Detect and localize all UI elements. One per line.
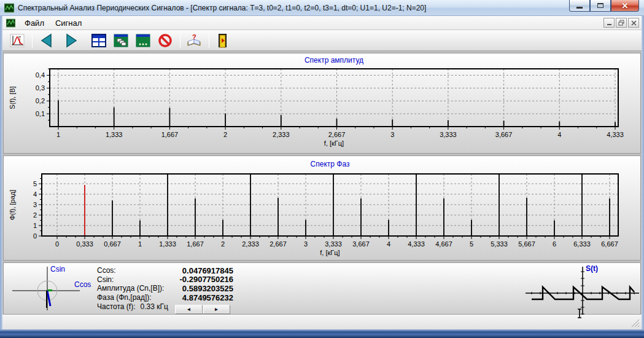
mdi-minimize-icon [607,20,612,26]
svg-text:2,667: 2,667 [328,131,346,138]
next-harmonic-button[interactable]: ► [203,305,230,314]
csin-axis-label: Csin [50,265,65,273]
svg-text:5,667: 5,667 [518,240,535,248]
toolbar-cascade-button[interactable] [112,32,130,49]
svg-text:2,333: 2,333 [273,131,290,138]
titlebar: Спектральный Анализ Периодических Сигнал… [0,0,644,16]
csin-value: -0.2907750216 [176,275,233,284]
svg-text:1,667: 1,667 [187,240,204,248]
svg-text:4: 4 [557,131,561,138]
window-title: Спектральный Анализ Периодических Сигнал… [18,4,426,12]
svg-text:0,3: 0,3 [36,84,45,92]
phase-row: Фаза (Фn,[рад]): 4.8749576232 [97,293,233,302]
svg-text:2: 2 [221,240,225,248]
toolbar-help-button[interactable]: ? [185,32,203,49]
svg-text:0,4: 0,4 [36,71,45,79]
svg-text:4: 4 [387,240,390,248]
svg-text:1,667: 1,667 [161,131,179,138]
cascade-windows-icon [114,34,128,47]
svg-text:1,333: 1,333 [106,131,123,138]
phasor-vector [47,291,50,306]
toolbar-forward-button[interactable] [63,32,80,49]
svg-text:1: 1 [33,222,37,229]
app-window: Спектральный Анализ Периодических Сигнал… [0,0,644,338]
frequency-label: Частота (f): [97,302,135,311]
phasor-diagram: Csin Ccos [11,264,97,314]
svg-text:3,333: 3,333 [325,240,342,248]
toolbar-separator [209,33,209,48]
svg-text:Спектр Фаз: Спектр Фаз [311,160,350,168]
svg-text:0: 0 [33,232,37,240]
svg-text:1,333: 1,333 [159,240,176,248]
svg-text:3: 3 [390,131,394,138]
exit-door-icon [217,33,228,48]
prev-harmonic-button[interactable]: ◄ [175,305,203,314]
close-icon: ✕ [622,2,629,10]
svg-text:S(f), [В]: S(f), [В] [9,86,16,109]
svg-text:f, [кГц]: f, [кГц] [324,140,344,147]
svg-text:0,1: 0,1 [36,110,45,117]
svg-text:2,333: 2,333 [242,240,259,248]
minimize-button[interactable] [569,0,590,12]
spectrum-plot-icon [10,33,25,48]
svg-text:0,333: 0,333 [76,240,93,248]
stop-icon [158,33,173,48]
toolbar-signal-button[interactable] [134,32,152,49]
svg-text:1: 1 [138,240,142,248]
toolbar: ? [2,30,642,51]
resize-grip-icon[interactable] [631,319,640,328]
ccos-value: 0.0476917845 [176,266,233,275]
toolbar-separator [180,33,180,48]
signal-label: S(t) [586,264,598,273]
toolbar-back-button[interactable] [37,32,55,49]
signal-view-icon [136,34,150,47]
menu-signal[interactable]: Сигнал [50,17,87,29]
phase-value: 4.8749576232 [176,293,233,302]
phase-label: Фаза (Фn,[рад]): [97,293,176,302]
mdi-minimize-button[interactable] [603,18,615,28]
svg-text:3,667: 3,667 [352,240,370,248]
amplitude-spectrum-panel: 0,10,20,30,411,3331,66722,3332,66733,333… [3,53,641,154]
maximize-button[interactable] [590,0,611,12]
mdi-restore-icon [618,20,624,26]
text-cursor [576,308,583,319]
nav-forward-icon [65,33,79,48]
svg-text:3: 3 [304,240,308,248]
mdi-close-button[interactable] [628,18,639,28]
svg-text:0: 0 [55,240,59,248]
toolbar-spectrum-button[interactable] [9,32,26,49]
ccos-row: Ccos: 0.0476917845 [97,266,233,275]
menubar: Файл Сигнал [2,16,642,30]
svg-text:5,333: 5,333 [491,240,508,248]
svg-text:5: 5 [33,180,37,187]
mdi-close-icon [631,20,637,26]
close-button[interactable]: ✕ [611,0,639,12]
harmonic-info-panel: Csin Ccos Ccos: 0.0476917845 Csin: -0.29… [3,262,641,315]
frequency-value: 0.33 кГц [140,302,168,311]
svg-text:2,667: 2,667 [270,240,287,248]
amplitude-row: Амплитуда (Cn,[В]): 0.5893203525 [97,284,233,293]
window-border-bottom [0,329,644,338]
toolbar-table-button[interactable] [90,32,107,49]
toolbar-exit-button[interactable] [214,32,231,49]
toolbar-stop-button[interactable] [157,32,174,49]
amplitude-label: Амплитуда (Cn,[В]): [97,284,176,293]
ccos-axis-label: Ccos [74,280,91,289]
svg-text:4,667: 4,667 [435,240,452,248]
app-icon [4,3,14,13]
amplitude-spectrum-chart[interactable]: 0,10,20,30,411,3331,66722,3332,66733,333… [4,53,640,153]
statusbar [2,315,642,329]
phase-spectrum-chart[interactable]: 01234500,3330,66711,3331,66722,3332,6673… [4,156,640,260]
amplitude-value: 0.5893203525 [176,284,233,293]
svg-text:6,333: 6,333 [573,240,591,248]
toolbar-separator [32,33,33,48]
svg-text:Ф(f), [рад]: Ф(f), [рад] [9,190,16,221]
svg-text:f, [кГц]: f, [кГц] [320,249,339,256]
menu-file[interactable]: Файл [19,17,50,29]
mdi-restore-button[interactable] [616,18,627,28]
mdi-child-icon [6,18,15,28]
svg-text:1: 1 [56,131,60,138]
maximize-icon [597,3,603,8]
svg-text:0,2: 0,2 [36,97,45,104]
phase-spectrum-panel: 01234500,3330,66711,3331,66722,3332,6673… [3,155,641,261]
